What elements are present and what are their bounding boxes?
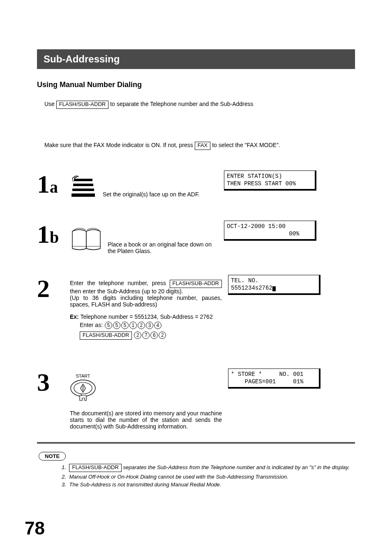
keypad-digit: 5 bbox=[121, 322, 129, 329]
step-2-line2: then enter the Sub-Address (up to 20 dig… bbox=[70, 288, 183, 295]
step-1a-text: Set the original(s) face up on the ADF. bbox=[103, 175, 200, 198]
keypad-digit: 2 bbox=[138, 322, 145, 329]
intro-text: Use FLASH/SUB-ADDR to separate the Telep… bbox=[44, 101, 355, 109]
step-num-digit: 1 bbox=[37, 170, 50, 198]
keypad-digit: 4 bbox=[154, 322, 161, 329]
book-on-glass-icon bbox=[70, 226, 104, 253]
enter-as-label: Enter as: bbox=[80, 322, 103, 328]
intro-pre: Use bbox=[44, 101, 56, 107]
separator-rule bbox=[37, 442, 355, 444]
keypad-digit: 7 bbox=[142, 332, 150, 339]
note-1-text: separates the Sub-Address from the Telep… bbox=[123, 464, 350, 470]
keypad-digit: 2 bbox=[134, 332, 141, 339]
keypad-digit: 5 bbox=[105, 322, 112, 329]
display-2-line1: TEL. NO. bbox=[231, 277, 258, 284]
note-item-1: 1. FLASH/SUB-ADDR separates the Sub-Addr… bbox=[62, 464, 355, 472]
note-num: 3. bbox=[62, 481, 66, 488]
step-number-1a: 1a bbox=[37, 170, 70, 196]
step-num-suffix: a bbox=[50, 178, 58, 196]
step-3: 3 START The document(s) are stored into … bbox=[37, 368, 355, 430]
start-button-graphic: START bbox=[70, 373, 222, 403]
step-1a: 1a Set the original(s) face up on the AD… bbox=[37, 170, 355, 200]
start-label: START bbox=[70, 373, 96, 378]
display-2-line2: 5551234s2762 bbox=[231, 285, 272, 291]
step-number-2: 2 bbox=[37, 275, 70, 300]
example-label: Ex: bbox=[70, 313, 79, 320]
step-number-3: 3 bbox=[37, 368, 70, 394]
keypad-digit: 2 bbox=[159, 332, 166, 339]
lcd-display-2: TEL. NO. 5551234s2762 bbox=[228, 275, 321, 295]
page-title: Sub-Addressing bbox=[37, 49, 355, 69]
note-num: 2. bbox=[62, 474, 66, 480]
step-1b-text: Place a book or an original face down on… bbox=[108, 226, 218, 254]
step-number-1b: 1b bbox=[37, 221, 70, 246]
step-1b: 1b Place a book or an original face down… bbox=[37, 221, 355, 254]
cursor-icon bbox=[272, 286, 276, 291]
example-text: Telephone number = 5551234, Sub-Address … bbox=[79, 313, 213, 320]
flash-sub-addr-key: FLASH/SUB-ADDR bbox=[170, 280, 222, 288]
step-num-digit: 1 bbox=[37, 220, 50, 248]
adf-document-icon bbox=[70, 175, 99, 200]
step-3-text: The document(s) are stored into memory a… bbox=[70, 410, 222, 430]
flash-sub-addr-key: FLASH/SUB-ADDR bbox=[69, 464, 121, 472]
example-block: Ex: Telephone number = 5551234, Sub-Addr… bbox=[70, 313, 222, 340]
section-heading: Using Manual Number Dialing bbox=[37, 81, 355, 89]
note-3-text: The Sub-Address is not transmitted durin… bbox=[69, 481, 221, 488]
mode-post: to select the "FAX MODE". bbox=[212, 142, 280, 148]
note-section: NOTE 1. FLASH/SUB-ADDR separates the Sub… bbox=[37, 452, 355, 488]
flash-sub-addr-key: FLASH/SUB-ADDR bbox=[80, 332, 132, 340]
page-number: 78 bbox=[25, 518, 45, 539]
keypad-digit: 5 bbox=[113, 322, 120, 329]
step-2-instruction: Enter the telephone number, press FLASH/… bbox=[70, 280, 222, 308]
lcd-display-1b: OCT-12-2000 15:00 00% bbox=[224, 221, 316, 241]
step-num-suffix: b bbox=[50, 228, 59, 246]
note-2-text: Manual Off-Hook or On-Hook Dialing canno… bbox=[69, 474, 288, 480]
flash-sub-addr-key: FLASH/SUB-ADDR bbox=[56, 101, 108, 109]
step-2: 2 Enter the telephone number, press FLAS… bbox=[37, 275, 355, 340]
intro-post: to separate the Telephone number and the… bbox=[110, 101, 253, 107]
lcd-display-1a: ENTER STATION(S) THEN PRESS START 00% bbox=[224, 170, 316, 191]
mode-pre: Make sure that the FAX Mode indicator is… bbox=[44, 142, 195, 148]
lcd-display-3: * STORE * NO. 001 PAGES=001 01% bbox=[228, 368, 321, 389]
note-item-2: 2. Manual Off-Hook or On-Hook Dialing ca… bbox=[62, 474, 355, 480]
step-2-line3: (Up to 36 digits including telephone num… bbox=[70, 295, 222, 308]
keypad-digit: 3 bbox=[146, 322, 153, 329]
note-item-3: 3. The Sub-Address is not transmitted du… bbox=[62, 481, 355, 488]
note-num: 1. bbox=[62, 464, 66, 470]
start-button-icon bbox=[70, 379, 96, 402]
mode-instruction: Make sure that the FAX Mode indicator is… bbox=[44, 142, 355, 150]
note-pill-label: NOTE bbox=[39, 452, 66, 461]
keypad-digit: 6 bbox=[150, 332, 158, 339]
step-2-line1-pre: Enter the telephone number, press bbox=[70, 280, 170, 286]
fax-key: FAX bbox=[195, 142, 211, 150]
keypad-digit: 1 bbox=[129, 322, 137, 329]
